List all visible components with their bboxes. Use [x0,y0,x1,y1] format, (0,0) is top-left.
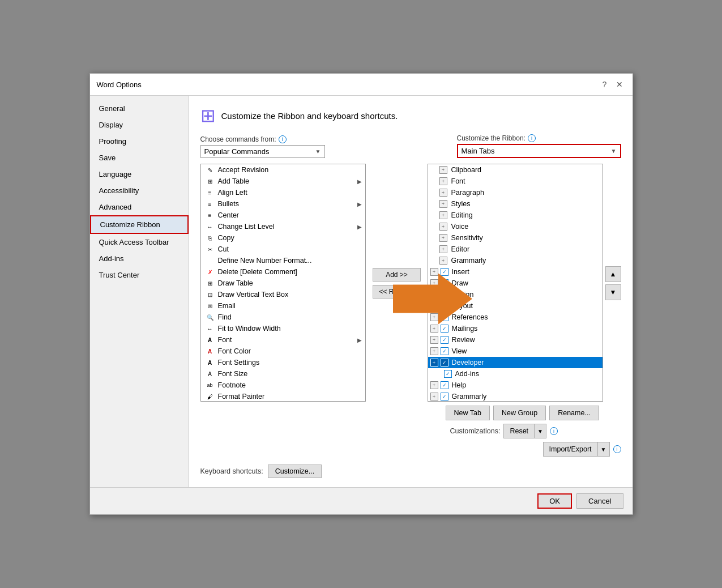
tab-checkbox-references[interactable]: ✓ [441,313,448,321]
define-number-icon [206,256,215,265]
list-item[interactable]: ↔ Fit to Window Width [201,323,366,334]
sidebar-item-general[interactable]: General [90,100,189,117]
list-item[interactable]: ✂ Cut [201,244,366,255]
list-item[interactable]: ⊡ Draw Vertical Text Box [201,289,366,300]
tab-checkbox-developer[interactable]: ✓ [441,359,448,367]
right-item[interactable]: + Voice [428,221,603,232]
new-tab-button[interactable]: New Tab [446,406,490,420]
sidebar-item-add-ins[interactable]: Add-ins [90,250,189,267]
commands-list[interactable]: ✎ Accept Revision ⊞ Add Table ▶ ≡ Align … [200,164,366,402]
dialog-footer: OK Cancel [90,487,633,514]
tab-checkbox-help[interactable]: ✓ [441,381,448,389]
right-item[interactable]: + Font [428,176,603,187]
right-item[interactable]: + Paragraph [428,187,603,198]
sidebar-item-display[interactable]: Display [90,117,189,133]
expand-icon: + [439,234,447,242]
add-table-icon: ⊞ [206,177,215,186]
right-tab-developer[interactable]: + ✓ Developer [428,357,603,368]
list-item[interactable]: ⎘ Copy [201,232,366,244]
tab-checkbox-review[interactable]: ✓ [441,336,448,344]
list-item[interactable]: ≡ Bullets ▶ [201,198,366,210]
list-item[interactable]: A Font Color [201,346,366,357]
sidebar-item-trust-center[interactable]: Trust Center [90,267,189,283]
right-tab-draw[interactable]: + ✓ Draw [428,278,603,289]
main-tabs-dropdown[interactable]: Main Tabs ▼ [457,144,621,158]
tab-checkbox-view[interactable]: ✓ [441,347,448,355]
rename-button[interactable]: Rename... [549,406,599,420]
add-button[interactable]: Add >> [373,268,420,282]
right-tab-view[interactable]: + ✓ View [428,346,603,357]
right-tab-insert[interactable]: + ✓ Insert [428,266,603,278]
list-item[interactable]: ↔ Change List Level ▶ [201,221,366,232]
sidebar-item-advanced[interactable]: Advanced [90,199,189,215]
list-item[interactable]: 🖌 Format Painter [201,391,366,402]
list-item[interactable]: A Font ▶ [201,334,366,346]
right-tab-design[interactable]: + ✓ Design [428,289,603,300]
right-group-add-ins[interactable]: ✓ Add-ins [428,368,603,380]
customizations-info-icon[interactable]: i [550,427,558,435]
sidebar-item-language[interactable]: Language [90,166,189,182]
find-icon: 🔍 [206,313,215,322]
list-item[interactable]: A Font Settings [201,357,366,368]
right-tab-references[interactable]: + ✓ References [428,312,603,323]
tab-checkbox-draw[interactable]: ✓ [441,279,448,287]
group-checkbox-add-ins[interactable]: ✓ [444,370,452,378]
choose-commands-info-icon[interactable]: i [279,135,287,143]
close-button[interactable]: ✕ [613,78,626,91]
sidebar-item-save[interactable]: Save [90,150,189,166]
tab-checkbox-grammarly[interactable]: ✓ [441,393,448,400]
tab-checkbox-insert[interactable]: ✓ [441,268,448,276]
customize-ribbon-info-icon[interactable]: i [528,134,536,142]
right-item[interactable]: + Grammarly [428,255,603,266]
sidebar-item-quick-access[interactable]: Quick Access Toolbar [90,234,189,250]
ok-button[interactable]: OK [537,493,572,509]
tab-checkbox-mailings[interactable]: ✓ [441,325,448,333]
help-button[interactable]: ? [599,78,611,91]
list-item[interactable]: A Font Size [201,368,366,380]
list-item[interactable]: ✗ Delete [Delete Comment] [201,266,366,278]
list-item[interactable]: ⊞ Add Table ▶ [201,176,366,187]
import-export-arrow[interactable]: ▼ [597,442,610,457]
right-item[interactable]: + Styles [428,198,603,210]
list-item[interactable]: ≡ Center [201,210,366,221]
sidebar-item-accessibility[interactable]: Accessibility [90,182,189,199]
reset-button[interactable]: Reset [503,424,534,438]
right-tab-layout[interactable]: + ✓ Layout [428,300,603,312]
list-item[interactable]: Define New Number Format... [201,255,366,266]
right-tab-mailings[interactable]: + ✓ Mailings [428,323,603,334]
middle-buttons: Add >> << Remove [370,164,422,402]
right-item[interactable]: + Sensitivity [428,232,603,244]
list-item[interactable]: 🔍 Find [201,312,366,323]
remove-button[interactable]: << Remove [373,285,420,299]
left-control-group: Choose commands from: i Popular Commands… [200,135,325,158]
right-item[interactable]: + Editor [428,244,603,255]
reset-dropdown-arrow[interactable]: ▼ [534,424,546,438]
import-export-info-icon[interactable]: i [613,445,621,453]
scroll-up-button[interactable]: ▲ [605,266,621,282]
list-item[interactable]: ✎ Accept Revision [201,164,366,176]
tab-checkbox-layout[interactable]: ✓ [441,302,448,310]
tab-checkbox-design[interactable]: ✓ [441,291,448,299]
keyboard-customize-button[interactable]: Customize... [268,465,322,478]
new-group-button[interactable]: New Group [493,406,546,420]
right-tab-grammarly[interactable]: + ✓ Grammarly [428,391,603,402]
list-item[interactable]: ab Footnote [201,380,366,391]
import-export-button[interactable]: Import/Export [543,442,597,457]
right-item[interactable]: + Clipboard [428,164,603,176]
right-tab-review[interactable]: + ✓ Review [428,334,603,346]
list-item[interactable]: ⊞ Draw Table [201,278,366,289]
sidebar-item-proofing[interactable]: Proofing [90,133,189,150]
ribbon-icon: ⊞ [200,105,216,126]
list-item[interactable]: ✉ Email [201,300,366,312]
list-item[interactable]: ≡ Align Left [201,187,366,198]
submenu-arrow-icon: ▶ [357,224,362,230]
sidebar-item-customize-ribbon[interactable]: Customize Ribbon [90,215,189,234]
scroll-down-button[interactable]: ▼ [605,284,621,300]
cancel-button[interactable]: Cancel [576,493,623,509]
ribbon-tabs-list[interactable]: + Clipboard + Font + Paragraph + [428,164,603,402]
font-icon: A [206,335,215,344]
commands-from-dropdown[interactable]: Popular Commands ▼ [200,145,325,158]
right-tab-help[interactable]: + ✓ Help [428,380,603,391]
expand-icon: + [430,347,438,355]
right-item[interactable]: + Editing [428,210,603,221]
